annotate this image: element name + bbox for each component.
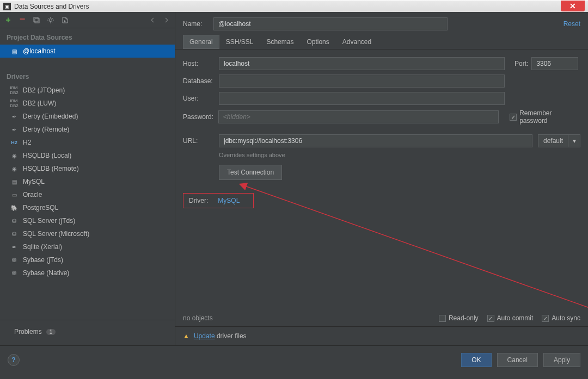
- port-label: Port:: [514, 60, 528, 67]
- driver-item[interactable]: ⛁SQL Server (jTds): [0, 214, 175, 227]
- chevron-down-icon[interactable]: ▾: [568, 134, 580, 147]
- h2-icon: H2: [10, 138, 19, 147]
- driver-label: Driver:: [189, 197, 208, 204]
- driver-item[interactable]: ⛁SQL Server (Microsoft): [0, 227, 175, 240]
- tab-ssh-ssl[interactable]: SSH/SSL: [219, 35, 260, 49]
- redo-icon[interactable]: [162, 15, 171, 25]
- sqlite-icon: ✒: [10, 243, 19, 251]
- database-input[interactable]: [219, 74, 505, 88]
- db2-icon: IBMDB2: [10, 99, 19, 108]
- sidebar-toolbar: + −: [0, 12, 175, 28]
- host-input[interactable]: [219, 57, 505, 70]
- test-connection-button[interactable]: Test Connection: [219, 165, 282, 180]
- tab-schemas[interactable]: Schemas: [260, 35, 300, 49]
- svg-rect-1: [35, 18, 39, 23]
- sqlserver-icon: ⛁: [10, 229, 19, 238]
- overrides-note: Overrides settings above: [219, 152, 580, 158]
- update-driver-link[interactable]: Update: [194, 332, 215, 340]
- name-input[interactable]: [213, 17, 448, 30]
- hsqldb-icon: ◉: [10, 164, 19, 173]
- tab-advanced[interactable]: Advanced: [336, 35, 378, 49]
- driver-label: Sqlite (Xerial): [23, 243, 62, 251]
- driver-label: H2: [23, 139, 31, 146]
- project-sources-header: Project Data Sources: [0, 28, 175, 45]
- svg-point-2: [50, 18, 52, 21]
- warning-icon: ▲: [183, 332, 189, 340]
- driver-label: Derby (Embedded): [23, 113, 78, 120]
- driver-item[interactable]: H2H2: [0, 136, 175, 149]
- cancel-button[interactable]: Cancel: [497, 353, 538, 367]
- datasource-label: @localhost: [23, 47, 56, 55]
- driver-label: SQL Server (jTds): [23, 217, 75, 225]
- driver-item[interactable]: IBMDB2DB2 (LUW): [0, 97, 175, 110]
- sqlserver-icon: ⛁: [10, 216, 19, 225]
- driver-item[interactable]: ✒Derby (Embedded): [0, 110, 175, 123]
- autosync-checkbox[interactable]: [542, 315, 549, 322]
- datasource-item-localhost[interactable]: ▤ @localhost: [0, 45, 175, 58]
- driver-link[interactable]: MySQL: [218, 197, 240, 204]
- driver-item[interactable]: ◉HSQLDB (Local): [0, 149, 175, 162]
- update-driver-rest: driver files: [215, 332, 247, 340]
- driver-item[interactable]: ✒Derby (Remote): [0, 123, 175, 136]
- remember-password-checkbox[interactable]: [510, 114, 517, 121]
- remove-icon[interactable]: −: [17, 14, 27, 24]
- undo-icon[interactable]: [148, 15, 157, 25]
- readonly-checkbox[interactable]: [439, 315, 446, 322]
- postgresql-icon: 🐘: [10, 203, 19, 212]
- driver-row: Driver: MySQL: [183, 193, 254, 208]
- sybase-icon: ⛃: [10, 269, 19, 277]
- driver-label: Sybase (jTds): [23, 256, 63, 264]
- url-mode-select[interactable]: default: [538, 134, 568, 147]
- footer: ? OK Cancel Apply: [0, 345, 588, 374]
- ok-button[interactable]: OK: [461, 353, 491, 367]
- copy-icon[interactable]: [32, 15, 41, 25]
- driver-item[interactable]: ⛃Sybase (Native): [0, 266, 175, 279]
- port-input[interactable]: [531, 57, 578, 70]
- settings-icon[interactable]: [46, 15, 56, 25]
- derby-icon: ✒: [10, 112, 19, 121]
- driver-item[interactable]: IBMDB2DB2 (JTOpen): [0, 84, 175, 97]
- add-icon[interactable]: +: [3, 15, 13, 25]
- driver-item[interactable]: ▤MySQL: [0, 175, 175, 188]
- titlebar: ▣ Data Sources and Drivers ✕: [0, 0, 588, 12]
- sidebar: + − Project Data Sources ▤ @localhost Dr…: [0, 12, 175, 345]
- help-icon[interactable]: ?: [8, 354, 20, 366]
- name-label: Name:: [183, 20, 208, 28]
- readonly-text: Read-only: [449, 314, 479, 322]
- update-driver-row: ▲ Update driver files: [175, 327, 588, 345]
- problems-label: Problems: [14, 328, 42, 335]
- close-window-button[interactable]: ✕: [561, 1, 585, 11]
- readonly-checkbox-label[interactable]: Read-only: [439, 314, 479, 322]
- driver-item[interactable]: ▭Oracle: [0, 188, 175, 201]
- url-input[interactable]: [219, 134, 532, 147]
- driver-label: MySQL: [23, 178, 45, 185]
- autocommit-checkbox-label[interactable]: Auto commit: [487, 314, 534, 322]
- tab-general[interactable]: General: [183, 35, 219, 49]
- remember-password-label[interactable]: Remember password: [510, 109, 580, 125]
- driver-label: DB2 (JTOpen): [23, 86, 65, 94]
- autocommit-text: Auto commit: [497, 314, 534, 322]
- reset-link[interactable]: Reset: [564, 20, 580, 28]
- autosync-text: Auto sync: [552, 314, 580, 322]
- sybase-icon: ⛃: [10, 256, 19, 264]
- drivers-header: Drivers: [0, 67, 175, 84]
- autocommit-checkbox[interactable]: [487, 315, 494, 322]
- oracle-icon: ▭: [10, 190, 19, 199]
- apply-button[interactable]: Apply: [543, 353, 580, 367]
- user-input[interactable]: [219, 92, 505, 105]
- url-label: URL:: [183, 137, 219, 145]
- annotation-arrow: [237, 178, 588, 320]
- problems-row[interactable]: Problems 1: [0, 320, 175, 340]
- driver-item[interactable]: ⛃Sybase (jTds): [0, 253, 175, 266]
- hsqldb-icon: ◉: [10, 151, 19, 160]
- driver-item[interactable]: 🐘PostgreSQL: [0, 201, 175, 214]
- password-input[interactable]: [218, 110, 499, 123]
- driver-item[interactable]: ◉HSQLDB (Remote): [0, 162, 175, 175]
- app-icon: ▣: [3, 3, 11, 10]
- driver-item[interactable]: ✒Sqlite (Xerial): [0, 240, 175, 253]
- autosync-checkbox-label[interactable]: Auto sync: [542, 314, 580, 322]
- tabs: General SSH/SSL Schemas Options Advanced: [175, 35, 588, 49]
- go-to-icon[interactable]: [60, 15, 70, 25]
- tab-options[interactable]: Options: [300, 35, 335, 49]
- derby-icon: ✒: [10, 125, 19, 134]
